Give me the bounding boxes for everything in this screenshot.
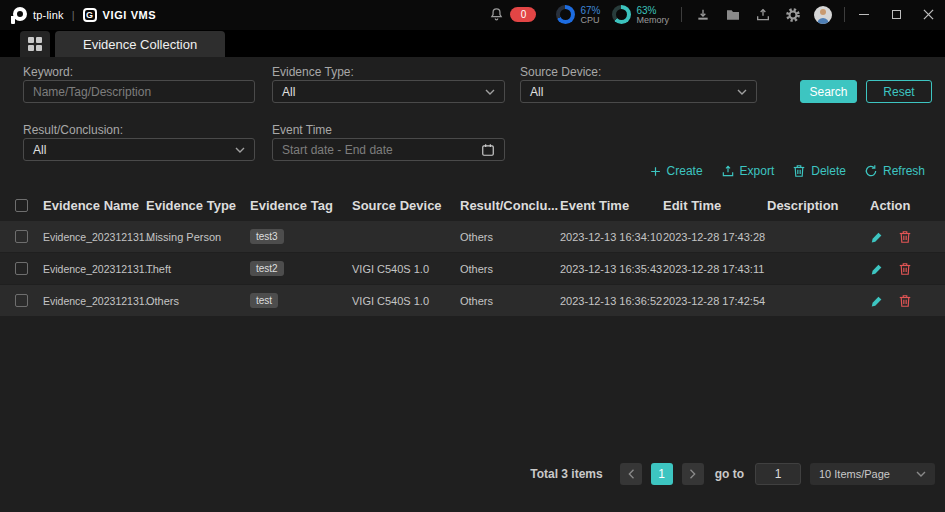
delete-row-button[interactable] (898, 294, 912, 308)
cell-event-time: 2023-12-13 16:35:43 (560, 263, 663, 275)
next-page-button[interactable] (682, 463, 704, 485)
row-checkbox[interactable] (15, 294, 28, 307)
col-description: Description (767, 198, 870, 213)
col-source-device: Source Device (352, 198, 460, 213)
user-avatar[interactable] (814, 6, 832, 24)
folder-icon[interactable] (724, 6, 742, 24)
tag-chip: test3 (250, 229, 284, 244)
edit-row-button[interactable] (870, 230, 884, 244)
evidence-table: Evidence Name Evidence Type Evidence Tag… (0, 190, 945, 316)
items-per-page-value: 10 Items/Page (819, 468, 890, 480)
cpu-label: CPU (580, 16, 600, 26)
refresh-label: Refresh (883, 164, 925, 178)
delete-row-button[interactable] (898, 262, 912, 276)
col-evidence-tag: Evidence Tag (250, 198, 352, 213)
notification-count-badge[interactable]: 0 (510, 7, 536, 22)
vigi-vms-window: tp-link | G VIGI VMS 0 67% CPU (0, 0, 945, 512)
upload-icon[interactable] (754, 6, 772, 24)
tag-chip: test2 (250, 261, 284, 276)
delete-button[interactable]: Delete (792, 164, 846, 178)
titlebar-divider (681, 7, 682, 22)
select-all-checkbox[interactable] (15, 199, 28, 212)
evidence-type-select[interactable]: All (272, 80, 505, 103)
search-button[interactable]: Search (800, 80, 857, 103)
export-icon (721, 164, 735, 178)
chevron-down-icon (916, 471, 926, 477)
calendar-icon (481, 143, 495, 157)
cell-result: Others (460, 263, 560, 275)
export-button[interactable]: Export (721, 164, 775, 178)
memory-ring-icon (612, 5, 631, 24)
result-conclusion-value: All (33, 143, 46, 157)
settings-gear-icon[interactable] (784, 6, 802, 24)
home-grid-tab[interactable] (20, 31, 50, 57)
download-icon[interactable] (694, 6, 712, 24)
evidence-type-label: Evidence Type: (272, 65, 354, 79)
chevron-down-icon (485, 89, 495, 95)
chevron-down-icon (235, 147, 245, 153)
delete-row-button[interactable] (898, 230, 912, 244)
current-page-button[interactable]: 1 (651, 463, 673, 485)
cell-evidence-type: Others (146, 295, 250, 307)
tab-evidence-collection[interactable]: Evidence Collection (55, 31, 225, 57)
brand-logo: tp-link | G VIGI VMS (10, 7, 156, 24)
delete-label: Delete (811, 164, 846, 178)
col-action: Action (870, 198, 945, 213)
cpu-gauge: 67% CPU (556, 5, 600, 26)
refresh-button[interactable]: Refresh (864, 164, 925, 178)
table-toolbar: Create Export Delete Refresh (649, 164, 925, 178)
evidence-type-value: All (282, 85, 295, 99)
notification-bell-icon[interactable] (487, 6, 505, 24)
maximize-icon (892, 10, 901, 19)
cell-evidence-type: Theft (146, 263, 250, 275)
table-row[interactable]: Evidence_202312131... Others test VIGI C… (0, 285, 945, 316)
event-time-label: Event Time (272, 123, 332, 137)
cell-result: Others (460, 231, 560, 243)
col-edit-time: Edit Time (663, 198, 767, 213)
chevron-down-icon (737, 89, 747, 95)
export-label: Export (740, 164, 775, 178)
close-button[interactable] (921, 8, 935, 22)
minimize-button[interactable] (857, 8, 871, 22)
cell-evidence-tag: test3 (250, 229, 352, 244)
event-time-placeholder: Start date - End date (282, 143, 393, 157)
source-device-select[interactable]: All (520, 80, 757, 103)
memory-label: Memory (636, 16, 669, 26)
goto-page-input[interactable] (755, 463, 801, 485)
keyword-input[interactable] (23, 80, 255, 103)
edit-row-button[interactable] (870, 262, 884, 276)
row-checkbox[interactable] (15, 230, 28, 243)
result-conclusion-label: Result/Conclusion: (23, 123, 123, 137)
pencil-icon (870, 230, 884, 244)
create-label: Create (667, 164, 703, 178)
cell-evidence-tag: test (250, 293, 352, 308)
source-device-value: All (530, 85, 543, 99)
tag-chip: test (250, 293, 278, 308)
brand-divider: | (72, 9, 75, 21)
titlebar: tp-link | G VIGI VMS 0 67% CPU (0, 0, 945, 30)
cell-evidence-type: Missing Person (146, 231, 250, 243)
create-button[interactable]: Create (649, 164, 703, 178)
event-time-picker[interactable]: Start date - End date (272, 138, 505, 161)
edit-row-button[interactable] (870, 294, 884, 308)
trash-icon (898, 262, 912, 276)
result-conclusion-select[interactable]: All (23, 138, 255, 161)
reset-button[interactable]: Reset (866, 80, 932, 103)
items-per-page-select[interactable]: 10 Items/Page (810, 463, 935, 485)
cpu-value: 67% (580, 5, 600, 16)
table-row[interactable]: Evidence_202312131... Missing Person tes… (0, 221, 945, 252)
col-evidence-type: Evidence Type (146, 198, 250, 213)
cell-evidence-name: Evidence_202312131... (43, 295, 146, 307)
memory-value: 63% (636, 5, 669, 16)
refresh-icon (864, 164, 878, 178)
cell-evidence-name: Evidence_202312131... (43, 231, 146, 243)
cpu-ring-icon (556, 5, 575, 24)
titlebar-divider (844, 7, 845, 22)
prev-page-button[interactable] (620, 463, 642, 485)
row-checkbox[interactable] (15, 262, 28, 275)
table-row[interactable]: Evidence_202312131... Theft test2 VIGI C… (0, 253, 945, 284)
cell-edit-time: 2023-12-28 17:43:11 (663, 263, 767, 275)
maximize-button[interactable] (889, 8, 903, 22)
cell-result: Others (460, 295, 560, 307)
trash-icon (898, 294, 912, 308)
